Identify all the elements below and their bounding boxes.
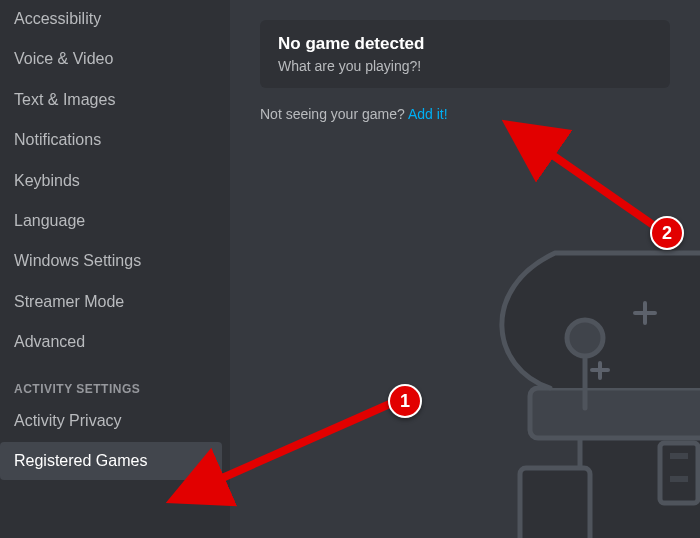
sidebar-item-registered-games[interactable]: Registered Games (0, 442, 222, 480)
svg-rect-0 (580, 428, 700, 538)
svg-rect-2 (530, 388, 700, 438)
svg-rect-1 (520, 468, 590, 538)
game-status-subtitle: What are you playing?! (278, 58, 652, 74)
add-game-link[interactable]: Add it! (408, 106, 448, 122)
sidebar-heading-activity: ACTIVITY SETTINGS (0, 364, 222, 402)
settings-sidebar: Accessibility Voice & Video Text & Image… (0, 0, 230, 538)
sidebar-item-activity-privacy[interactable]: Activity Privacy (0, 402, 222, 440)
svg-rect-5 (670, 476, 688, 482)
sidebar-item-notifications[interactable]: Notifications (0, 121, 222, 159)
game-status-title: No game detected (278, 34, 652, 54)
sidebar-item-voice-video[interactable]: Voice & Video (0, 40, 222, 78)
add-game-prefix: Not seeing your game? (260, 106, 408, 122)
sidebar-item-text-images[interactable]: Text & Images (0, 81, 222, 119)
sidebar-item-language[interactable]: Language (0, 202, 222, 240)
sidebar-item-accessibility[interactable]: Accessibility (0, 0, 222, 38)
sidebar-item-keybinds[interactable]: Keybinds (0, 162, 222, 200)
svg-point-7 (567, 320, 603, 356)
svg-rect-3 (660, 443, 698, 503)
svg-rect-4 (670, 453, 688, 459)
sidebar-item-streamer-mode[interactable]: Streamer Mode (0, 283, 222, 321)
sidebar-item-advanced[interactable]: Advanced (0, 323, 222, 361)
game-status-card: No game detected What are you playing?! (260, 20, 670, 88)
add-game-row: Not seeing your game? Add it! (260, 106, 670, 122)
arcade-illustration (400, 198, 700, 538)
main-panel: No game detected What are you playing?! … (230, 0, 700, 538)
sidebar-item-windows-settings[interactable]: Windows Settings (0, 242, 222, 280)
